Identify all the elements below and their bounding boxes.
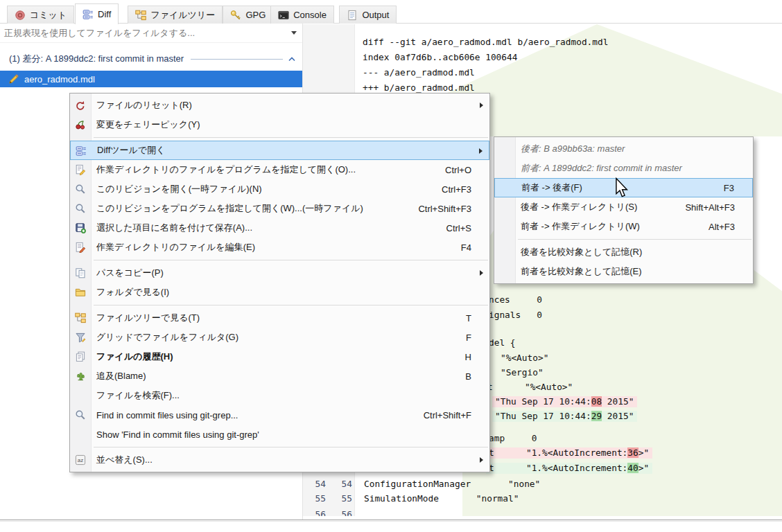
history-icon — [75, 351, 86, 362]
menu-item-shortcut: Alt+F3 — [692, 222, 735, 232]
open-with-icon — [75, 164, 86, 175]
diff-removed-line: "Thu Sep 17 10:44:08 2015" — [492, 396, 637, 408]
tab-label: Output — [362, 10, 389, 20]
context-menu-find-file[interactable]: ファイルを検索(F)... — [70, 386, 489, 405]
context-menu-file-history[interactable]: ファイルの履歴(H)H — [70, 347, 489, 366]
app-window: コミットDiffファイルツリーGPGConsoleOutput 正規表現を使用し… — [0, 0, 782, 532]
diff-code-line: ignals 0 — [489, 309, 542, 321]
diff-code-line: nces 0 — [489, 294, 542, 306]
menu-separator — [94, 260, 488, 260]
menu-item-shortcut: F4 — [444, 242, 471, 253]
context-menu-show-in-folder[interactable]: フォルダで見る(I) — [70, 283, 489, 302]
difftool-submenu-second-to-working-dir[interactable]: 後者 -> 作業ディレクトリ(S)Shift+Alt+F3 — [494, 197, 753, 217]
context-menu-show-find-in-commit-files[interactable]: Show 'Find in commit files using git-gre… — [70, 425, 489, 444]
commit-icon — [15, 10, 26, 21]
context-menu-copy-path[interactable]: パスをコピー(P) — [70, 263, 489, 283]
tab-label: Diff — [98, 9, 111, 19]
menu-item-shortcut: Ctrl+O — [428, 165, 471, 175]
context-menu-reset-file[interactable]: ファイルのリセット(R) — [70, 96, 489, 115]
menu-item-label: 追及(Blame) — [96, 370, 146, 382]
context-menu-open-working-dir-file-with-program[interactable]: 作業ディレクトリのファイルをプログラムを指定して開く(O)...Ctrl+O — [70, 160, 489, 179]
context-menu-cherry-pick-changes[interactable]: 変更をチェリーピック(Y) — [70, 115, 489, 134]
svg-text:az: az — [78, 457, 83, 463]
context-menu-edit-working-dir-file[interactable]: 作業ディレクトリのファイルを編集(E)F4 — [70, 238, 489, 257]
diff-group-header-label: (1) 差分: A 1899ddc2: first commit in mast… — [9, 53, 184, 65]
difftool-submenu-remember-second-for-compare[interactable]: 後者を比較対象として記憶(R) — [494, 242, 753, 262]
copy-icon — [75, 267, 86, 278]
diff-icon — [82, 9, 94, 20]
menu-item-label: 選択した項目に名前を付けて保存(A)... — [96, 222, 252, 234]
tab-console[interactable]: Console — [270, 6, 334, 24]
reset-icon — [75, 100, 86, 111]
context-menu-view-in-file-tree[interactable]: ファイルツリーで見る(T)T — [70, 308, 489, 328]
old-line-number: 54 — [303, 478, 326, 490]
tab-gpg[interactable]: GPG — [223, 6, 273, 24]
context-menu-sort[interactable]: az並べ替え(S)... — [70, 450, 489, 470]
difftool-submenu-second-commit-info: 後者: B a99bb63a: master — [494, 139, 753, 159]
menu-item-shortcut: T — [449, 313, 471, 323]
menu-item-label: 後者: B a99bb63a: master — [521, 143, 625, 155]
diff-added-line: t "1.%<AutoIncrement:40>" — [486, 462, 652, 475]
menu-item-label: Find in commit files using git-grep... — [96, 410, 238, 420]
pencil-icon — [8, 73, 19, 85]
magnifier-icon — [75, 184, 86, 195]
file-list-item-selected[interactable]: aero_radmod.mdl — [0, 71, 302, 87]
bottom-splitter-shadow — [0, 521, 782, 522]
context-menu-filter-files-in-grid[interactable]: グリッドでファイルをフィルタ(G)F — [70, 328, 489, 347]
context-menu-open-this-revision-with-program-temp[interactable]: このリビジョンをプログラムを指定して開く(W)...(一時ファイル)Ctrl+S… — [70, 199, 489, 218]
menu-item-shortcut: H — [449, 352, 471, 362]
diff-header-line: diff --git a/aero_radmod.mdl b/aero_radm… — [363, 36, 608, 48]
tab-label: コミット — [30, 9, 67, 21]
diff-icon — [76, 145, 87, 157]
tab-label: Console — [293, 10, 327, 20]
magnifier-icon — [75, 409, 86, 420]
menu-separator — [94, 447, 488, 447]
magnifier-icon — [75, 203, 86, 214]
menu-item-shortcut: Ctrl+Shift+F3 — [401, 204, 471, 214]
file-tree-icon — [75, 312, 86, 323]
menu-item-label: ファイルを検索(F)... — [96, 389, 180, 402]
blame-icon — [75, 371, 86, 382]
console-icon — [278, 10, 289, 21]
menu-item-label: 作業ディレクトリのファイルを編集(E) — [96, 241, 255, 254]
menu-item-label: Diffツールで開く — [97, 144, 165, 157]
menu-item-label: ファイルのリセット(R) — [96, 99, 192, 112]
diff-code-line: ConfigurationManager "none" — [364, 478, 540, 490]
new-line-number: 55 — [329, 493, 352, 505]
menu-item-label: このリビジョンをプログラムを指定して開く(W)...(一時ファイル) — [96, 202, 363, 215]
menu-item-shortcut: Ctrl+F3 — [425, 184, 471, 195]
file-filter-combobox[interactable]: 正規表現を使用してファイルをフィルタする... — [0, 24, 302, 43]
tab-[interactable]: ファイルツリー — [128, 6, 223, 24]
menu-item-label: フォルダで見る(I) — [96, 286, 169, 299]
group-header-rule — [191, 59, 283, 60]
menu-item-label: Show 'Find in commit files using git-gre… — [96, 429, 259, 440]
menu-separator — [94, 305, 488, 305]
menu-separator — [94, 137, 488, 138]
diff-group-header[interactable]: (1) 差分: A 1899ddc2: first commit in mast… — [0, 51, 302, 66]
key-icon — [230, 10, 241, 21]
sort-icon: az — [75, 454, 86, 466]
chevron-up-icon[interactable] — [288, 57, 295, 62]
tab-diff[interactable]: Diff — [75, 3, 119, 24]
bottom-splitter[interactable] — [0, 520, 782, 520]
context-menu-open-this-revision-temp[interactable]: このリビジョンを開く(一時ファイル)(N)Ctrl+F3 — [70, 179, 489, 199]
chevron-down-icon — [291, 31, 297, 35]
tab-output[interactable]: Output — [339, 6, 397, 24]
context-menu-blame[interactable]: 追及(Blame)B — [70, 366, 489, 386]
context-menu-open-with-difftool[interactable]: Diffツールで開く — [70, 141, 489, 160]
menu-item-label: ファイルツリーで見る(T) — [96, 312, 200, 324]
funnel-icon — [75, 332, 86, 343]
folder-icon — [75, 287, 86, 298]
difftool-submenu-remember-first-for-compare[interactable]: 前者を比較対象として記憶(E) — [494, 262, 753, 281]
menu-item-label: 変更をチェリーピック(Y) — [96, 118, 200, 131]
file-filter-placeholder: 正規表現を使用してファイルをフィルタする... — [4, 27, 195, 39]
edit-icon — [75, 242, 86, 253]
context-menu-find-in-commit-files-git-grep[interactable]: Find in commit files using git-grep...Ct… — [70, 405, 489, 425]
difftool-submenu-first-commit-info: 前者: A 1899ddc2: first commit in master — [494, 159, 753, 178]
filter-dropdown-button[interactable] — [288, 26, 300, 39]
menu-item-label: 後者 -> 作業ディレクトリ(S) — [521, 201, 637, 213]
context-menu-save-selected-as[interactable]: 選択した項目に名前を付けて保存(A)...Ctrl+S — [70, 218, 489, 238]
tab-[interactable]: コミット — [7, 6, 74, 24]
difftool-submenu-first-to-working-dir[interactable]: 前者 -> 作業ディレクトリ(W)Alt+F3 — [494, 217, 753, 236]
diff-code-line: "Sergio" — [501, 366, 544, 379]
